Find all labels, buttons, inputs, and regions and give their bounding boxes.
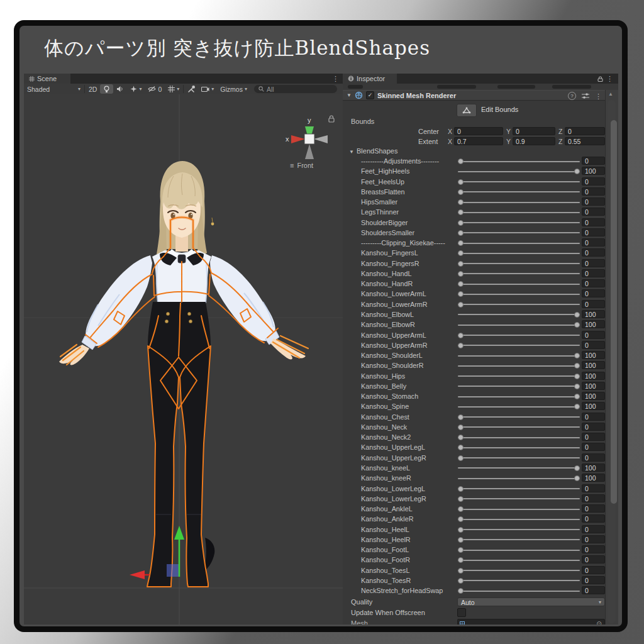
blendshape-slider-knob[interactable]: [458, 230, 464, 236]
blendshape-slider[interactable]: [458, 580, 580, 581]
blendshape-slider[interactable]: [458, 509, 580, 510]
blendshape-value-field[interactable]: 0: [582, 259, 605, 267]
character-model[interactable]: [59, 161, 308, 587]
blendshape-value-field[interactable]: 0: [582, 208, 605, 216]
lock-icon[interactable]: [329, 116, 334, 122]
lighting-toggle-button[interactable]: [100, 84, 113, 94]
blendshape-slider[interactable]: [458, 478, 580, 479]
blendshape-slider[interactable]: [458, 498, 580, 499]
blendshape-value-field[interactable]: 100: [582, 310, 605, 318]
blendshape-slider-knob[interactable]: [458, 179, 464, 185]
blendshape-slider-knob[interactable]: [458, 291, 464, 297]
blendshape-slider[interactable]: [458, 591, 580, 592]
blendshape-slider-knob[interactable]: [458, 240, 464, 246]
blendshape-slider-knob[interactable]: [574, 394, 580, 399]
draw-mode-dropdown[interactable]: Shaded▾: [24, 84, 84, 94]
component-enabled-checkbox[interactable]: ✓: [366, 91, 374, 99]
blendshape-slider-knob[interactable]: [574, 312, 580, 318]
blendshape-value-field[interactable]: 100: [582, 382, 605, 390]
blendshapes-foldout-icon[interactable]: ▼: [349, 149, 354, 155]
gizmo-plane-handle[interactable]: [167, 564, 179, 577]
component-menu-icon[interactable]: ⋮: [595, 93, 602, 99]
x-axis-cone[interactable]: [291, 135, 305, 143]
blendshape-slider[interactable]: [458, 355, 580, 357]
blendshape-value-field[interactable]: 0: [582, 289, 605, 297]
tab-inspector[interactable]: Inspector: [343, 74, 397, 84]
blendshape-slider-knob[interactable]: [458, 547, 464, 553]
blendshape-slider-knob[interactable]: [458, 302, 464, 308]
blendshape-value-field[interactable]: 100: [582, 320, 605, 328]
blendshape-slider-knob[interactable]: [574, 374, 580, 379]
blendshape-value-field[interactable]: 0: [582, 341, 605, 349]
blendshape-value-field[interactable]: 100: [582, 392, 605, 400]
blendshape-value-field[interactable]: 0: [582, 331, 605, 339]
blendshape-slider[interactable]: [458, 222, 580, 223]
blendshape-value-field[interactable]: 0: [582, 586, 605, 594]
blendshape-slider[interactable]: [458, 161, 580, 162]
blendshape-value-field[interactable]: 0: [582, 228, 605, 236]
blendshape-slider[interactable]: [458, 529, 580, 530]
quality-dropdown[interactable]: Auto ▾: [457, 597, 605, 606]
view-mode-label[interactable]: ≡ Front: [290, 162, 313, 169]
blendshape-slider[interactable]: [458, 488, 580, 489]
blendshape-value-field[interactable]: 0: [582, 494, 605, 502]
blendshape-slider-knob[interactable]: [574, 322, 580, 328]
blendshape-slider-knob[interactable]: [458, 271, 464, 277]
bounds-extent-y-field[interactable]: 0.9: [513, 137, 555, 145]
bounds-center-x-field[interactable]: 0: [454, 127, 503, 135]
blendshape-value-field[interactable]: 0: [582, 413, 605, 421]
blendshape-slider-knob[interactable]: [458, 220, 464, 226]
blendshape-slider-knob[interactable]: [574, 353, 580, 358]
blendshape-slider[interactable]: [458, 202, 580, 203]
inspector-scrollbar-track[interactable]: [608, 100, 616, 623]
blendshape-value-field[interactable]: 0: [582, 525, 605, 533]
bounds-extent-z-field[interactable]: 0.55: [565, 137, 605, 145]
blendshape-slider[interactable]: [458, 437, 580, 438]
foldout-icon[interactable]: ▼: [347, 92, 352, 98]
blendshape-slider-knob[interactable]: [458, 568, 464, 574]
orientation-gizmo[interactable]: y x ≡ Front: [281, 115, 338, 173]
blendshape-slider-knob[interactable]: [458, 189, 464, 195]
blendshape-slider[interactable]: [458, 416, 580, 418]
blendshape-slider[interactable]: [458, 447, 580, 448]
blendshape-slider[interactable]: [458, 335, 580, 336]
blendshape-value-field[interactable]: 100: [582, 167, 605, 175]
blendshape-slider[interactable]: [458, 304, 580, 305]
blendshape-slider[interactable]: [458, 560, 580, 561]
blendshape-value-field[interactable]: 0: [582, 423, 605, 431]
blendshape-slider-knob[interactable]: [458, 199, 464, 205]
scene-menu-icon[interactable]: ⋮: [332, 75, 339, 82]
blendshape-value-field[interactable]: 100: [582, 474, 605, 482]
blendshape-value-field[interactable]: 0: [582, 535, 605, 543]
blendshape-value-field[interactable]: 0: [582, 484, 605, 492]
bounds-extent-x-field[interactable]: 0.7: [454, 137, 503, 145]
edit-bounds-button[interactable]: [457, 104, 477, 117]
blendshape-slider-knob[interactable]: [458, 435, 464, 440]
blendshape-value-field[interactable]: 100: [582, 351, 605, 359]
blendshape-slider[interactable]: [458, 294, 580, 295]
effects-dropdown-button[interactable]: ▾: [127, 84, 145, 94]
blendshape-slider-knob[interactable]: [458, 496, 464, 502]
blendshape-value-field[interactable]: 0: [582, 218, 605, 226]
blendshape-slider-knob[interactable]: [574, 475, 580, 481]
blendshape-slider[interactable]: [458, 345, 580, 346]
blendshape-slider-knob[interactable]: [458, 281, 464, 287]
blendshape-value-field[interactable]: 0: [582, 187, 605, 196]
toggle-2d-button[interactable]: 2D: [86, 84, 100, 94]
blendshape-slider-knob[interactable]: [458, 537, 464, 543]
lock-icon[interactable]: [597, 76, 603, 82]
blendshape-slider-knob[interactable]: [458, 455, 464, 461]
blendshape-slider[interactable]: [458, 570, 580, 571]
blendshape-value-field[interactable]: 0: [582, 238, 605, 247]
blendshape-slider[interactable]: [458, 284, 580, 285]
grid-visibility-dropdown[interactable]: ▾: [165, 84, 182, 94]
blendshape-slider-knob[interactable]: [458, 527, 464, 533]
blendshape-slider-knob[interactable]: [458, 578, 464, 584]
inspector-scrollbar-thumb[interactable]: [611, 120, 617, 504]
blendshape-slider-knob[interactable]: [458, 588, 464, 594]
blendshape-value-field[interactable]: 100: [582, 464, 605, 472]
blendshape-slider[interactable]: [458, 457, 580, 458]
blendshape-slider[interactable]: [458, 243, 580, 244]
audio-toggle-button[interactable]: [113, 84, 127, 94]
blendshape-slider-knob[interactable]: [458, 414, 464, 420]
